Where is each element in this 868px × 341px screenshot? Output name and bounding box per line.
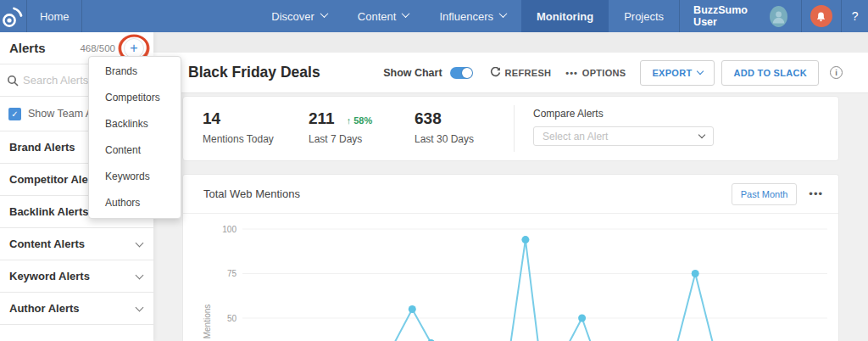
nav-tab-label: Discover (271, 10, 314, 23)
section-label: Keyword Alerts (9, 270, 90, 282)
nav-tab-monitoring[interactable]: Monitoring (521, 0, 609, 32)
help-button[interactable]: ? (841, 0, 868, 32)
dropdown-item-backlinks[interactable]: Backlinks (89, 111, 181, 137)
stat-value: 638 (415, 109, 442, 128)
sidebar-item-content-alerts[interactable]: Content Alerts (0, 228, 153, 260)
alert-header: Black Friday Deals Show Chart REFRESH ••… (153, 53, 868, 93)
dropdown-item-brands[interactable]: Brands (89, 59, 181, 85)
add-to-slack-button[interactable]: ADD TO SLACK (721, 60, 819, 86)
export-button[interactable]: EXPORT (640, 60, 715, 86)
dropdown-item-keywords[interactable]: Keywords (89, 164, 181, 190)
select-placeholder: Select an Alert (542, 131, 608, 143)
compare-alerts-label: Compare Alerts (533, 108, 714, 120)
buzzsumo-logo-icon[interactable] (0, 0, 26, 32)
help-icon: ? (852, 9, 859, 23)
bell-icon (810, 5, 832, 27)
nav-tab-influencers[interactable]: Influencers (424, 0, 521, 32)
user-menu[interactable]: BuzzSumo User (679, 0, 801, 32)
compare-alerts: Compare Alerts Select an Alert (533, 108, 714, 146)
sidebar-item-author-alerts[interactable]: Author Alerts (0, 293, 153, 325)
nav-tab-label: Monitoring (537, 10, 593, 23)
svg-text:Mentions: Mentions (203, 305, 212, 339)
nav-tab-projects[interactable]: Projects (609, 0, 679, 32)
select-alert-dropdown[interactable]: Select an Alert (533, 126, 714, 146)
stat-label: Last 7 Days (309, 133, 372, 145)
stat-value: 14 (203, 109, 220, 128)
sidebar-item-keyword-alerts[interactable]: Keyword Alerts (0, 260, 153, 293)
nav-tab-label: Home (40, 10, 70, 23)
page-title: Black Friday Deals (188, 64, 320, 81)
svg-text:50: 50 (227, 314, 237, 323)
section-label: Brand Alerts (9, 141, 75, 154)
top-strip (153, 32, 868, 53)
dropdown-item-authors[interactable]: Authors (89, 190, 181, 216)
add-alert-button[interactable]: + (124, 38, 144, 59)
stat-mentions-today: 14 Mentions Today (203, 109, 274, 145)
options-label: OPTIONS (582, 68, 626, 78)
chevron-down-icon (499, 9, 508, 18)
mentions-stats-card: 14 Mentions Today 211 ↑ 58% Last 7 Days … (182, 96, 839, 161)
chevron-down-icon (320, 9, 328, 18)
stat-last-7-days: 211 ↑ 58% Last 7 Days (309, 109, 372, 145)
section-label: Backlink Alerts (9, 205, 88, 218)
divider (514, 105, 515, 152)
chart-title: Total Web Mentions (203, 187, 300, 200)
nav-tab-label: Influencers (439, 10, 493, 23)
delta-up-badge: ↑ 58% (347, 115, 373, 126)
total-web-mentions-card: Total Web Mentions Past Month ••• 507510… (182, 174, 839, 341)
main-content: Black Friday Deals Show Chart REFRESH ••… (153, 32, 868, 341)
svg-text:100: 100 (222, 225, 236, 234)
section-label: Content Alerts (9, 238, 85, 250)
nav-tab-label: Projects (624, 10, 664, 23)
notifications-button[interactable] (801, 0, 841, 32)
stat-value: 211 (309, 109, 335, 128)
add-alert-dropdown: Brands Competitors Backlinks Content Key… (88, 56, 181, 219)
nav-tab-label: Content (358, 10, 397, 23)
user-name: BuzzSumo User (693, 4, 762, 28)
info-icon[interactable]: i (830, 66, 843, 79)
refresh-icon (490, 67, 501, 78)
alerts-quota: 468/500 (80, 43, 115, 53)
stat-label: Mentions Today (203, 133, 274, 145)
dropdown-item-competitors[interactable]: Competitors (89, 85, 181, 111)
mentions-line-chart: 5075100Mentions (183, 214, 838, 341)
stat-label: Last 30 Days (415, 133, 474, 145)
more-options-icon[interactable]: ••• (809, 187, 823, 200)
nav-tab-content[interactable]: Content (342, 0, 425, 32)
refresh-button[interactable]: REFRESH (490, 67, 552, 78)
show-chart-toggle[interactable] (450, 67, 473, 79)
chevron-down-icon (698, 131, 705, 138)
stat-last-30-days: 638 Last 30 Days (415, 109, 474, 145)
past-month-button[interactable]: Past Month (732, 183, 798, 205)
slack-label: ADD TO SLACK (733, 68, 807, 78)
svg-text:75: 75 (227, 269, 237, 278)
show-chart-label: Show Chart (383, 67, 442, 79)
avatar (770, 6, 787, 27)
chevron-down-icon (136, 238, 144, 247)
refresh-label: REFRESH (505, 68, 552, 78)
section-label: Author Alerts (9, 302, 80, 315)
nav-tab-home[interactable]: Home (26, 0, 82, 32)
dropdown-item-content[interactable]: Content (89, 137, 181, 164)
top-navbar: Home Discover Content Influencers Monito… (0, 0, 868, 32)
show-team-alerts-checkbox[interactable]: ✓ (8, 108, 21, 120)
chevron-down-icon (402, 9, 410, 18)
sidebar-title: Alerts (9, 41, 46, 55)
options-button[interactable]: ••• OPTIONS (565, 68, 626, 78)
ellipsis-icon: ••• (565, 68, 578, 78)
nav-tab-discover[interactable]: Discover (256, 0, 342, 32)
search-icon (7, 75, 19, 87)
export-label: EXPORT (652, 68, 692, 78)
chevron-down-icon (136, 271, 144, 279)
chevron-down-icon (136, 303, 144, 311)
chevron-down-icon (697, 68, 704, 75)
